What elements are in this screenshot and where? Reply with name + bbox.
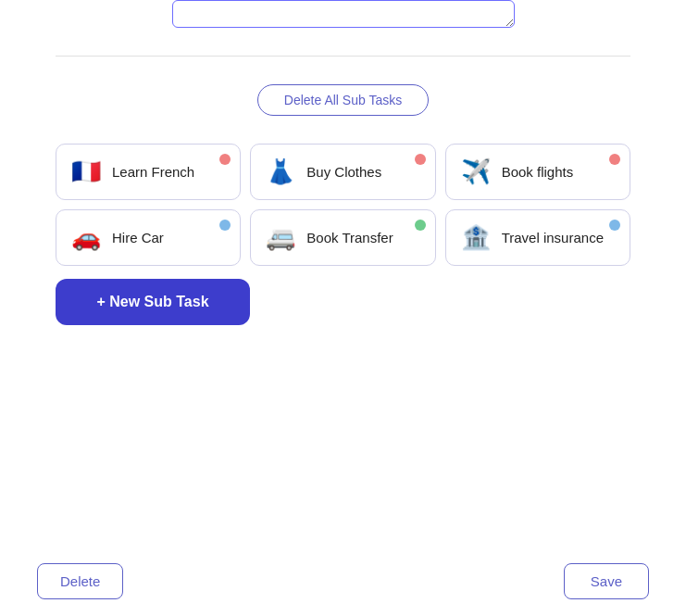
travel-insurance-status-dot [609,220,620,231]
travel-insurance-label: Travel insurance [502,230,615,245]
hire-car-status-dot [219,220,231,231]
task-card-book-transfer[interactable]: 🚐 Book Transfer [250,209,435,266]
book-flights-icon: ✈️ [461,157,491,186]
learn-french-icon: 🇫🇷 [71,157,101,186]
new-subtask-button[interactable]: + New Sub Task [56,279,250,325]
task-card-learn-french[interactable]: 🇫🇷 Learn French [56,144,241,200]
book-flights-status-dot [609,154,620,165]
learn-french-status-dot [219,154,231,165]
travel-insurance-icon: 🏦 [461,223,491,252]
task-card-book-flights[interactable]: ✈️ Book flights [445,144,630,200]
save-button[interactable]: Save [564,563,649,599]
buy-clothes-label: Buy Clothes [306,164,419,180]
buy-clothes-icon: 👗 [266,157,295,186]
book-transfer-status-dot [415,220,426,231]
task-card-travel-insurance[interactable]: 🏦 Travel insurance [445,209,630,266]
buy-clothes-status-dot [415,154,426,165]
delete-all-subtasks-button[interactable]: Delete All Sub Tasks [257,84,429,116]
task-card-buy-clothes[interactable]: 👗 Buy Clothes [250,144,435,200]
hire-car-label: Hire Car [112,230,225,245]
book-transfer-label: Book Transfer [306,230,419,245]
hire-car-icon: 🚗 [71,223,101,252]
tasks-grid: 🇫🇷 Learn French 👗 Buy Clothes ✈️ Book fl… [0,144,686,266]
task-card-hire-car[interactable]: 🚗 Hire Car [56,209,241,266]
book-transfer-icon: 🚐 [266,223,295,252]
task-description-textarea[interactable] [172,0,515,28]
delete-button[interactable]: Delete [37,563,123,599]
book-flights-label: Book flights [502,164,615,180]
bottom-bar: Delete Save [0,547,686,616]
learn-french-label: Learn French [112,164,225,180]
section-divider [56,56,630,57]
